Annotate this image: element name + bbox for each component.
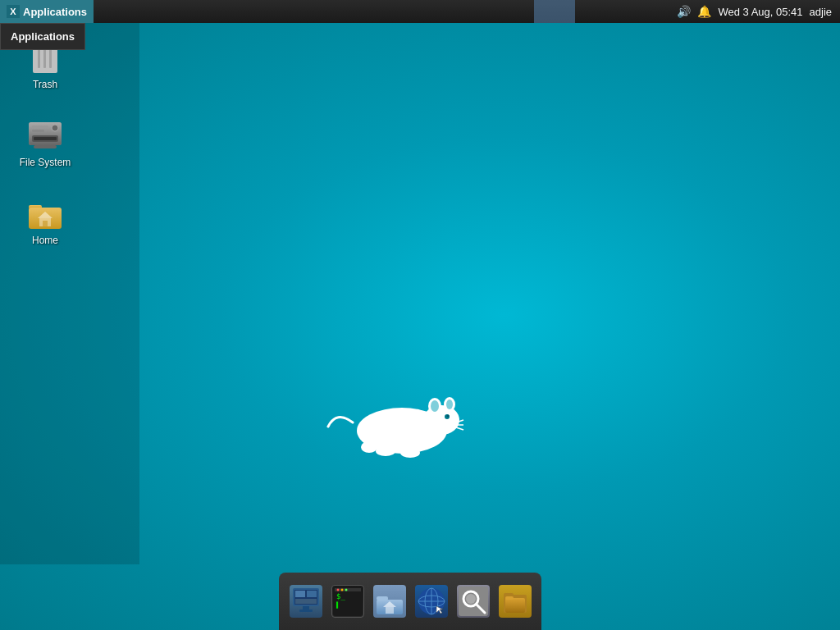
svg-rect-68: [505, 596, 514, 600]
taskbar-item-homefolder[interactable]: [369, 580, 409, 623]
mouse-svg: [320, 377, 468, 459]
panel-right: 🔊 🔔 Wed 3 Aug, 05:41 adjie: [669, 5, 840, 18]
svg-rect-39: [295, 591, 305, 597]
applications-menu-button[interactable]: X Applications: [0, 0, 94, 23]
svg-rect-6: [43, 48, 46, 68]
svg-point-49: [340, 589, 343, 591]
svg-point-31: [451, 420, 458, 428]
wm-highlight: [534, 0, 575, 23]
home-icon-image: [25, 192, 65, 231]
taskbar-item-terminal[interactable]: $_ ▌: [327, 580, 368, 623]
applications-label: Applications: [23, 6, 87, 18]
taskbar-item-browser[interactable]: [411, 580, 451, 623]
svg-point-33: [400, 448, 420, 458]
applications-popup: Applications: [0, 23, 85, 50]
svg-rect-54: [386, 607, 394, 614]
svg-point-16: [52, 125, 58, 131]
filesystem-label: File System: [17, 156, 74, 169]
svg-rect-41: [295, 599, 317, 604]
filemanager-svg: [500, 587, 530, 616]
top-panel: X Applications 🔊 🔔 Wed 3 Aug, 05:41 adji…: [0, 0, 840, 23]
svg-rect-43: [299, 609, 313, 612]
svg-rect-52: [377, 596, 388, 600]
panel-left: X Applications: [0, 0, 669, 23]
volume-icon[interactable]: 🔊: [677, 5, 691, 18]
browser-icon: [415, 585, 448, 618]
search-icon: [457, 585, 490, 618]
search-svg: [459, 587, 488, 616]
svg-rect-14: [34, 137, 57, 140]
svg-text:$_: $_: [336, 592, 345, 600]
applications-popup-label: Applications: [11, 30, 75, 43]
svg-text:▌: ▌: [336, 601, 340, 609]
svg-point-50: [345, 589, 347, 591]
svg-rect-21: [43, 221, 48, 226]
svg-point-32: [376, 446, 395, 456]
svg-text:X: X: [10, 7, 16, 16]
terminal-icon: $_ ▌: [331, 585, 364, 618]
svg-rect-5: [38, 48, 40, 68]
globe-svg: [417, 587, 446, 616]
xfce-mouse-logo: [320, 377, 468, 463]
taskmanager-icon: [290, 585, 322, 618]
filesystem-icon-image: [25, 114, 65, 153]
svg-rect-67: [505, 598, 525, 613]
desktop-icons-container: Trash: [8, 33, 82, 250]
svg-point-63: [466, 594, 476, 604]
homefolder-svg: [375, 587, 404, 616]
notification-icon[interactable]: 🔔: [697, 5, 711, 18]
svg-point-48: [336, 589, 339, 591]
filemanager-icon: [499, 585, 532, 618]
svg-point-27: [447, 415, 450, 418]
svg-point-34: [361, 441, 377, 453]
taskbar-item-search[interactable]: [453, 580, 493, 623]
homefolder-icon: [373, 585, 406, 618]
taskbar: $_ ▌: [279, 573, 541, 630]
username-display[interactable]: adjie: [810, 6, 832, 18]
svg-rect-7: [49, 48, 52, 68]
home-label: Home: [30, 234, 61, 247]
svg-rect-40: [307, 591, 317, 597]
svg-point-36: [446, 399, 453, 409]
xfce-icon: X: [7, 5, 20, 18]
terminal-svg: $_ ▌: [333, 587, 363, 616]
filesystem-icon[interactable]: File System: [8, 111, 82, 172]
filesystem-svg: [27, 116, 63, 152]
svg-rect-15: [34, 145, 57, 148]
taskbar-item-filemanager[interactable]: [495, 580, 535, 623]
svg-rect-11: [32, 126, 48, 128]
svg-rect-42: [303, 606, 309, 609]
home-svg: [27, 194, 63, 230]
home-icon[interactable]: Home: [8, 189, 82, 250]
monitor-svg: [291, 587, 321, 616]
svg-rect-12: [32, 130, 44, 132]
datetime-display: Wed 3 Aug, 05:41: [718, 6, 802, 18]
taskbar-item-taskmanager[interactable]: [285, 580, 326, 623]
svg-point-23: [423, 405, 459, 435]
svg-point-35: [431, 400, 439, 412]
trash-label: Trash: [30, 78, 60, 91]
